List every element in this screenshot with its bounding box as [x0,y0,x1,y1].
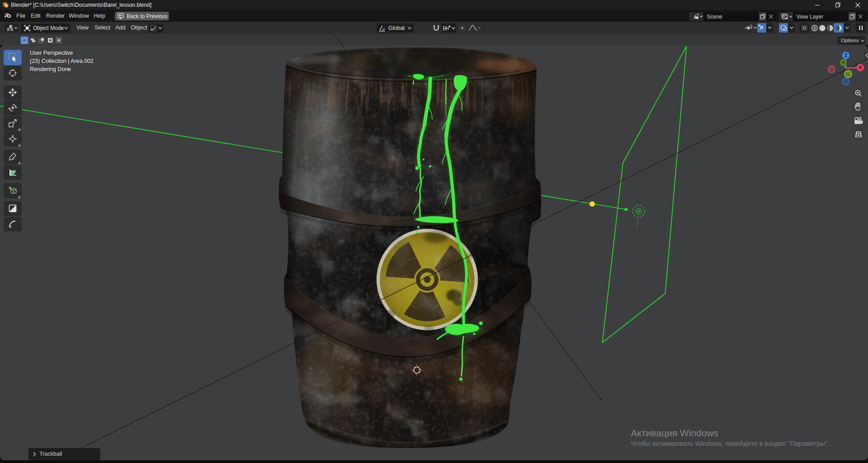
svg-text:Y: Y [842,60,845,65]
svg-text:Z: Z [844,53,847,58]
svg-text:X: X [859,65,862,70]
